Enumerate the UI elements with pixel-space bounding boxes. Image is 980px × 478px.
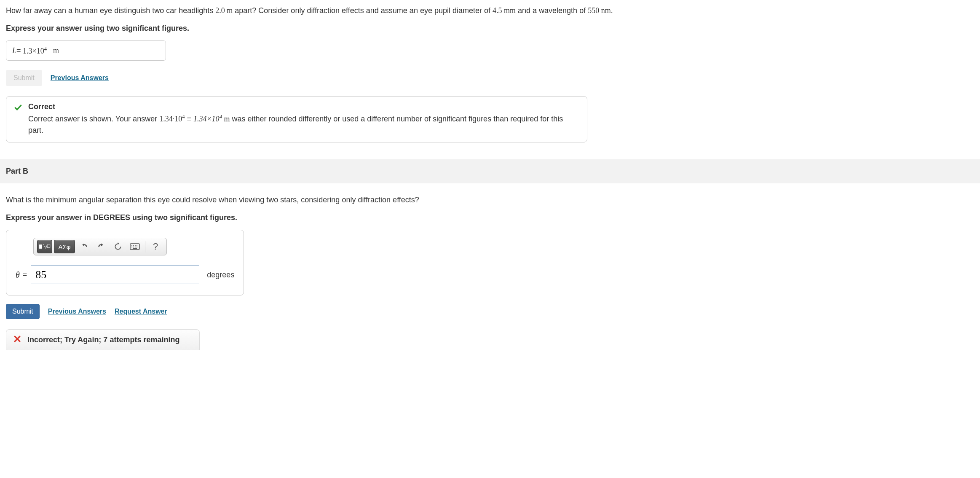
svg-point-9 bbox=[131, 247, 132, 247]
part-b-question: What is the minimum angular separation t… bbox=[6, 194, 974, 206]
equals-sign: = bbox=[16, 46, 21, 55]
part-a-feedback: Correct Correct answer is shown. Your an… bbox=[6, 96, 587, 142]
question-text: apart? Consider only diffraction effects… bbox=[233, 6, 493, 15]
greek-button[interactable]: ΑΣφ bbox=[54, 240, 75, 253]
feedback-title: Correct bbox=[28, 102, 579, 111]
equation-editor: xn ΑΣφ ? θ = degrees bbox=[6, 230, 244, 295]
variable-label: θ = bbox=[16, 270, 27, 280]
feedback-content: Correct Correct answer is shown. Your an… bbox=[28, 102, 579, 136]
svg-text:x: x bbox=[44, 244, 46, 247]
answer-unit: m bbox=[49, 46, 59, 55]
part-b-header: Part B bbox=[0, 159, 980, 183]
svg-point-12 bbox=[137, 247, 137, 247]
reset-button[interactable] bbox=[110, 240, 126, 253]
svg-point-5 bbox=[131, 245, 132, 246]
theta-input[interactable] bbox=[31, 266, 199, 284]
keyboard-button[interactable] bbox=[127, 240, 142, 253]
submit-button: Submit bbox=[6, 70, 42, 86]
question-value-3: 550 nm bbox=[588, 6, 611, 15]
part-a-instruction: Express your answer using two significan… bbox=[6, 24, 974, 33]
answer-input-row: θ = degrees bbox=[16, 266, 234, 284]
feedback-detail: Correct answer is shown. Your answer 1.3… bbox=[28, 113, 579, 136]
undo-button[interactable] bbox=[77, 240, 92, 253]
previous-answers-link[interactable]: Previous Answers bbox=[51, 74, 109, 82]
variable-label: L bbox=[12, 46, 16, 55]
check-icon bbox=[14, 103, 22, 114]
feedback-title: Incorrect; Try Again; 7 attempts remaini… bbox=[27, 336, 179, 344]
help-button[interactable]: ? bbox=[148, 240, 163, 253]
answer-value: 1.3×104 bbox=[21, 46, 47, 56]
part-a-button-row: Submit Previous Answers bbox=[6, 70, 974, 86]
question-text: and a wavelength of bbox=[516, 6, 588, 15]
previous-answers-link[interactable]: Previous Answers bbox=[48, 308, 106, 315]
redo-button[interactable] bbox=[94, 240, 109, 253]
svg-point-11 bbox=[135, 247, 136, 247]
svg-rect-13 bbox=[133, 248, 137, 249]
toolbar-separator bbox=[145, 241, 145, 252]
unit-label: degrees bbox=[207, 271, 234, 279]
svg-rect-3 bbox=[47, 244, 50, 248]
templates-button[interactable]: xn bbox=[37, 240, 52, 253]
svg-point-7 bbox=[135, 245, 136, 246]
part-a-question: How far away can a human eye distinguish… bbox=[6, 5, 974, 16]
part-a-answer-display: L = 1.3×104 m bbox=[6, 40, 166, 61]
question-value-2: 4.5 mm bbox=[493, 6, 516, 15]
question-text: . bbox=[611, 6, 613, 15]
question-text: How far away can a human eye distinguish… bbox=[6, 6, 215, 15]
svg-point-6 bbox=[133, 245, 134, 246]
svg-point-10 bbox=[133, 247, 134, 247]
part-b-button-row: Submit Previous Answers Request Answer bbox=[6, 304, 974, 319]
svg-point-8 bbox=[137, 245, 137, 246]
part-b-feedback: Incorrect; Try Again; 7 attempts remaini… bbox=[6, 329, 200, 350]
svg-rect-0 bbox=[39, 244, 42, 249]
question-value-1: 2.0 m bbox=[215, 6, 233, 15]
request-answer-link[interactable]: Request Answer bbox=[115, 308, 167, 315]
submit-button[interactable]: Submit bbox=[6, 304, 40, 319]
editor-toolbar: xn ΑΣφ ? bbox=[33, 238, 167, 255]
cross-icon bbox=[13, 335, 21, 345]
part-b-instruction: Express your answer in DEGREES using two… bbox=[6, 213, 974, 222]
